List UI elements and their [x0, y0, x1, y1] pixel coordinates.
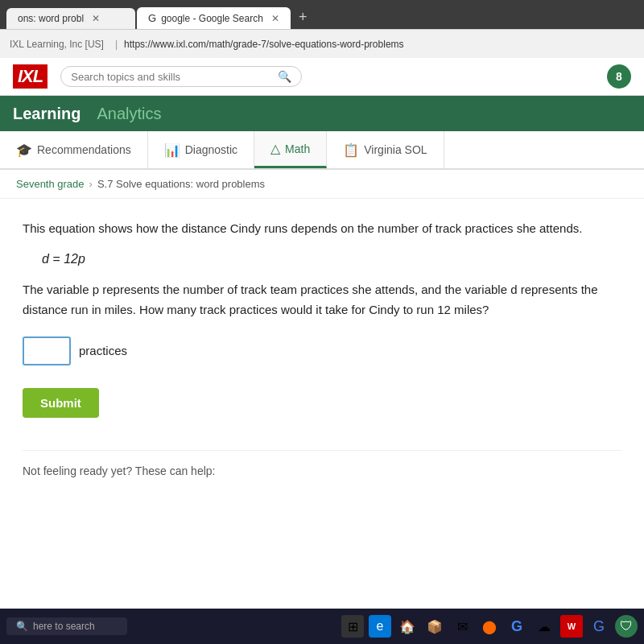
taskbar-icons: ⊞ e 🏠 📦 ✉ ⬤ G ☁ W G 🛡: [341, 615, 638, 638]
address-separator: |: [115, 39, 118, 50]
virginia-icon: 📋: [343, 142, 359, 158]
search-input[interactable]: [71, 71, 271, 83]
taskbar-icon-4[interactable]: 📦: [423, 615, 446, 638]
answer-input[interactable]: [23, 336, 71, 365]
tab-label-2: google - Google Search: [161, 13, 263, 24]
search-box[interactable]: 🔍: [60, 66, 302, 87]
recommendations-icon: 🎓: [16, 142, 32, 158]
tab-math[interactable]: △ Math: [254, 131, 327, 168]
nav-analytics[interactable]: Analytics: [97, 105, 161, 123]
tab-close-2[interactable]: ✕: [271, 13, 279, 24]
taskbar-icon-7[interactable]: G: [506, 615, 528, 638]
tab-recommendations[interactable]: 🎓 Recommendations: [0, 131, 148, 168]
taskbar-icon-3[interactable]: 🏠: [396, 615, 419, 638]
taskbar-icon-5[interactable]: ✉: [451, 615, 473, 638]
answer-suffix: practices: [79, 344, 127, 357]
help-text: Not feeling ready yet? These can help:: [23, 464, 215, 477]
nav-bar: Learning Analytics: [0, 96, 644, 131]
tab-label-recommendations: Recommendations: [37, 143, 131, 156]
site-label: IXL Learning, Inc [US]: [10, 39, 104, 50]
browser-tab-2[interactable]: G google - Google Search ✕: [137, 7, 291, 29]
math-icon: △: [270, 141, 280, 156]
address-bar: IXL Learning, Inc [US] | https://www.ixl…: [0, 29, 644, 58]
main-content: This equation shows how the distance Cin…: [0, 199, 644, 609]
taskbar-search[interactable]: 🔍 here to search: [6, 617, 127, 635]
breadcrumb-current: S.7 Solve equations: word problems: [97, 178, 265, 190]
tab-bar: ons: word probl ✕ G google - Google Sear…: [0, 0, 644, 29]
problem-explanation: The variable p represents the number of …: [23, 279, 621, 320]
search-icon: 🔍: [278, 70, 291, 83]
ixl-header: IXL 🔍 8: [0, 58, 644, 96]
tab-label-math: Math: [285, 142, 310, 155]
taskbar-search-label: here to search: [33, 621, 95, 632]
taskbar-icon-8[interactable]: ☁: [533, 615, 555, 638]
diagnostic-icon: 📊: [164, 142, 180, 158]
breadcrumb: Seventh grade › S.7 Solve equations: wor…: [0, 170, 644, 199]
tab-label-diagnostic: Diagnostic: [185, 143, 237, 156]
new-tab-button[interactable]: +: [292, 6, 314, 29]
problem-intro: This equation shows how the distance Cin…: [23, 218, 621, 239]
tab-label-virginia: Virginia SOL: [364, 143, 427, 156]
address-url[interactable]: https://www.ixl.com/math/grade-7/solve-e…: [124, 39, 403, 50]
browser-tab-1[interactable]: ons: word probl ✕: [6, 8, 135, 29]
tab-virginia-sol[interactable]: 📋 Virginia SOL: [327, 131, 444, 168]
breadcrumb-parent[interactable]: Seventh grade: [16, 178, 85, 190]
equation-display: d = 12p: [42, 252, 621, 266]
taskbar-search-icon: 🔍: [16, 621, 28, 632]
nav-learning[interactable]: Learning: [13, 105, 80, 123]
tab-close-1[interactable]: ✕: [92, 13, 100, 24]
taskbar-icon-11[interactable]: 🛡: [615, 615, 638, 638]
ixl-logo: IXL: [13, 64, 47, 89]
taskbar-icon-9[interactable]: W: [560, 615, 583, 638]
logo-text: IXL: [13, 64, 47, 89]
help-section: Not feeling ready yet? These can help:: [23, 450, 621, 478]
answer-row: practices: [23, 336, 621, 365]
browser-window: ons: word probl ✕ G google - Google Sear…: [0, 0, 644, 644]
taskbar-icon-2[interactable]: e: [369, 615, 391, 638]
tab-diagnostic[interactable]: 📊 Diagnostic: [148, 131, 254, 168]
taskbar-icon-6[interactable]: ⬤: [478, 615, 501, 638]
taskbar-icon-10[interactable]: G: [588, 615, 610, 638]
taskbar: 🔍 here to search ⊞ e 🏠 📦 ✉ ⬤ G ☁ W G 🛡: [0, 609, 644, 644]
tabs-bar: 🎓 Recommendations 📊 Diagnostic △ Math 📋 …: [0, 131, 644, 170]
avatar: 8: [607, 64, 631, 89]
tab-label-1: ons: word probl: [18, 13, 84, 24]
taskbar-icon-1[interactable]: ⊞: [341, 615, 364, 638]
breadcrumb-separator: ›: [89, 178, 93, 190]
submit-button[interactable]: Submit: [23, 388, 99, 418]
